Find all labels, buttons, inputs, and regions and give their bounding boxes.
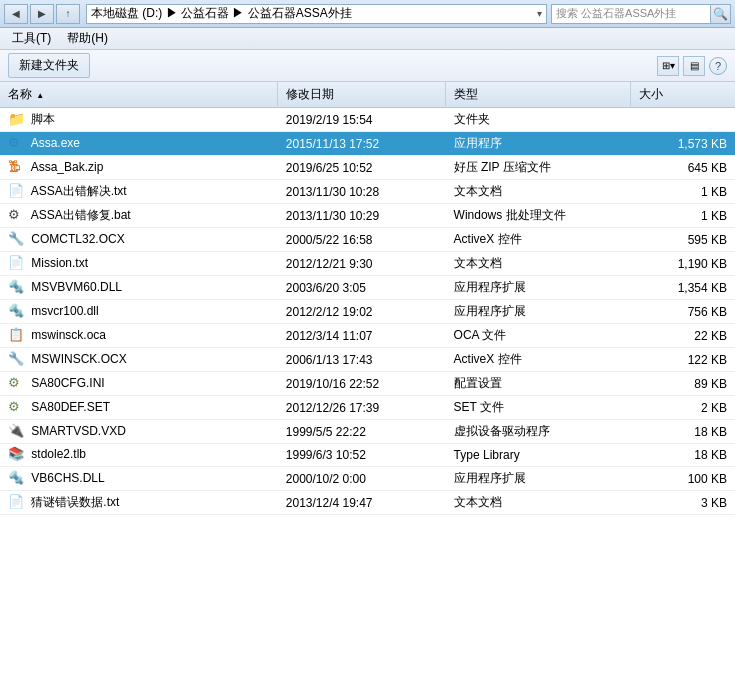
- file-date-cell: 2012/2/12 19:02: [278, 300, 446, 324]
- ocx-icon: 🔧: [8, 351, 24, 367]
- file-date-cell: 2013/12/4 19:47: [278, 491, 446, 515]
- col-header-date[interactable]: 修改日期: [278, 82, 446, 108]
- table-row[interactable]: 📄 Mission.txt 2012/12/21 9:30 文本文档 1,190…: [0, 252, 735, 276]
- file-type-cell: 文本文档: [446, 252, 631, 276]
- table-row[interactable]: ⚙ SA80CFG.INI 2019/10/16 22:52 配置设置 89 K…: [0, 372, 735, 396]
- table-row[interactable]: ⚙ Assa.exe 2015/11/13 17:52 应用程序 1,573 K…: [0, 132, 735, 156]
- back-button[interactable]: ◀: [4, 4, 28, 24]
- file-date-cell: 2013/11/30 10:28: [278, 180, 446, 204]
- zip-icon: 🗜: [8, 159, 24, 175]
- file-name-cell: 📄 Mission.txt: [0, 252, 278, 276]
- file-type-cell: 文件夹: [446, 108, 631, 132]
- txt-icon: 📄: [8, 183, 24, 199]
- file-name-cell: ⚙ ASSA出错修复.bat: [0, 204, 278, 228]
- address-bar[interactable]: 本地磁盘 (D:) ▶ 公益石器 ▶ 公益石器ASSA外挂 ▾: [86, 4, 547, 24]
- file-date-cell: 2012/12/26 17:39: [278, 396, 446, 420]
- table-row[interactable]: 🔌 SMARTVSD.VXD 1999/5/5 22:22 虚拟设备驱动程序 1…: [0, 420, 735, 444]
- table-header-row: 名称 ▲ 修改日期 类型 大小: [0, 82, 735, 108]
- help-button[interactable]: ?: [709, 57, 727, 75]
- table-row[interactable]: 📚 stdole2.tlb 1999/6/3 10:52 Type Librar…: [0, 444, 735, 467]
- file-list-container: 名称 ▲ 修改日期 类型 大小 📁 脚本 2019/2/19 15:54 文件夹…: [0, 82, 735, 698]
- file-type-cell: 文本文档: [446, 491, 631, 515]
- table-row[interactable]: 🔩 VB6CHS.DLL 2000/10/2 0:00 应用程序扩展 100 K…: [0, 467, 735, 491]
- oca-icon: 📋: [8, 327, 24, 343]
- table-row[interactable]: 🔩 MSVBVM60.DLL 2003/6/20 3:05 应用程序扩展 1,3…: [0, 276, 735, 300]
- tlb-icon: 📚: [8, 446, 24, 462]
- col-header-name[interactable]: 名称 ▲: [0, 82, 278, 108]
- table-row[interactable]: 📄 ASSA出错解决.txt 2013/11/30 10:28 文本文档 1 K…: [0, 180, 735, 204]
- table-row[interactable]: ⚙ SA80DEF.SET 2012/12/26 17:39 SET 文件 2 …: [0, 396, 735, 420]
- col-header-type[interactable]: 类型: [446, 82, 631, 108]
- file-name: stdole2.tlb: [31, 447, 86, 461]
- file-type-cell: 好压 ZIP 压缩文件: [446, 156, 631, 180]
- file-date-cell: 2019/6/25 10:52: [278, 156, 446, 180]
- file-size-cell: 1 KB: [631, 204, 735, 228]
- file-name: MSWINSCK.OCX: [31, 352, 126, 366]
- file-size-cell: 645 KB: [631, 156, 735, 180]
- search-bar[interactable]: 搜索 公益石器ASSA外挂 🔍: [551, 4, 731, 24]
- file-type-cell: Type Library: [446, 444, 631, 467]
- file-name-cell: 🔩 VB6CHS.DLL: [0, 467, 278, 491]
- file-date-cell: 2015/11/13 17:52: [278, 132, 446, 156]
- file-type-cell: 应用程序扩展: [446, 276, 631, 300]
- file-size-cell: 595 KB: [631, 228, 735, 252]
- file-type-cell: 配置设置: [446, 372, 631, 396]
- address-dropdown-icon[interactable]: ▾: [537, 8, 542, 19]
- table-row[interactable]: 🗜 Assa_Bak.zip 2019/6/25 10:52 好压 ZIP 压缩…: [0, 156, 735, 180]
- file-name-cell: 🔧 COMCTL32.OCX: [0, 228, 278, 252]
- file-name: VB6CHS.DLL: [31, 471, 104, 485]
- table-row[interactable]: 🔧 MSWINSCK.OCX 2006/1/13 17:43 ActiveX 控…: [0, 348, 735, 372]
- preview-pane-button[interactable]: ▤: [683, 56, 705, 76]
- file-size-cell: 2 KB: [631, 396, 735, 420]
- file-name-cell: 🔩 MSVBVM60.DLL: [0, 276, 278, 300]
- table-row[interactable]: 🔩 msvcr100.dll 2012/2/12 19:02 应用程序扩展 75…: [0, 300, 735, 324]
- view-options-button[interactable]: ⊞▾: [657, 56, 679, 76]
- file-name-cell: 📁 脚本: [0, 108, 278, 132]
- menu-help[interactable]: 帮助(H): [59, 28, 116, 49]
- search-button[interactable]: 🔍: [710, 5, 730, 23]
- file-date-cell: 1999/6/3 10:52: [278, 444, 446, 467]
- up-button[interactable]: ↑: [56, 4, 80, 24]
- file-name: MSVBVM60.DLL: [31, 280, 122, 294]
- nav-buttons: ◀ ▶ ↑: [4, 4, 80, 24]
- file-name: SMARTVSD.VXD: [31, 424, 125, 438]
- forward-button[interactable]: ▶: [30, 4, 54, 24]
- file-type-cell: 应用程序扩展: [446, 467, 631, 491]
- file-name-cell: 📋 mswinsck.oca: [0, 324, 278, 348]
- new-folder-button[interactable]: 新建文件夹: [8, 53, 90, 78]
- address-text: 本地磁盘 (D:) ▶ 公益石器 ▶ 公益石器ASSA外挂: [91, 5, 533, 22]
- menu-tools[interactable]: 工具(T): [4, 28, 59, 49]
- table-row[interactable]: 📄 猜谜错误数据.txt 2013/12/4 19:47 文本文档 3 KB: [0, 491, 735, 515]
- file-size-cell: 3 KB: [631, 491, 735, 515]
- file-table: 名称 ▲ 修改日期 类型 大小 📁 脚本 2019/2/19 15:54 文件夹…: [0, 82, 735, 515]
- col-header-size[interactable]: 大小: [631, 82, 735, 108]
- file-name-cell: ⚙ SA80DEF.SET: [0, 396, 278, 420]
- dll-icon: 🔩: [8, 303, 24, 319]
- file-list-body: 📁 脚本 2019/2/19 15:54 文件夹 ⚙ Assa.exe 2015…: [0, 108, 735, 515]
- file-name: SA80CFG.INI: [31, 376, 104, 390]
- file-date-cell: 2003/6/20 3:05: [278, 276, 446, 300]
- ini-icon: ⚙: [8, 375, 24, 391]
- file-date-cell: 2013/11/30 10:29: [278, 204, 446, 228]
- file-name-cell: ⚙ SA80CFG.INI: [0, 372, 278, 396]
- file-name: 脚本: [31, 112, 55, 126]
- file-name: 猜谜错误数据.txt: [31, 495, 119, 509]
- set-icon: ⚙: [8, 399, 24, 415]
- table-row[interactable]: 🔧 COMCTL32.OCX 2000/5/22 16:58 ActiveX 控…: [0, 228, 735, 252]
- table-row[interactable]: 📋 mswinsck.oca 2012/3/14 11:07 OCA 文件 22…: [0, 324, 735, 348]
- file-type-cell: Windows 批处理文件: [446, 204, 631, 228]
- file-date-cell: 2000/5/22 16:58: [278, 228, 446, 252]
- table-row[interactable]: ⚙ ASSA出错修复.bat 2013/11/30 10:29 Windows …: [0, 204, 735, 228]
- file-date-cell: 2019/2/19 15:54: [278, 108, 446, 132]
- file-type-cell: ActiveX 控件: [446, 228, 631, 252]
- title-bar: ◀ ▶ ↑ 本地磁盘 (D:) ▶ 公益石器 ▶ 公益石器ASSA外挂 ▾ 搜索…: [0, 0, 735, 28]
- file-size-cell: 122 KB: [631, 348, 735, 372]
- txt-icon: 📄: [8, 255, 24, 271]
- file-size-cell: 1 KB: [631, 180, 735, 204]
- file-name-cell: ⚙ Assa.exe: [0, 132, 278, 156]
- file-type-cell: OCA 文件: [446, 324, 631, 348]
- exe-icon: ⚙: [8, 135, 24, 151]
- vxd-icon: 🔌: [8, 423, 24, 439]
- search-placeholder: 搜索 公益石器ASSA外挂: [552, 6, 710, 21]
- table-row[interactable]: 📁 脚本 2019/2/19 15:54 文件夹: [0, 108, 735, 132]
